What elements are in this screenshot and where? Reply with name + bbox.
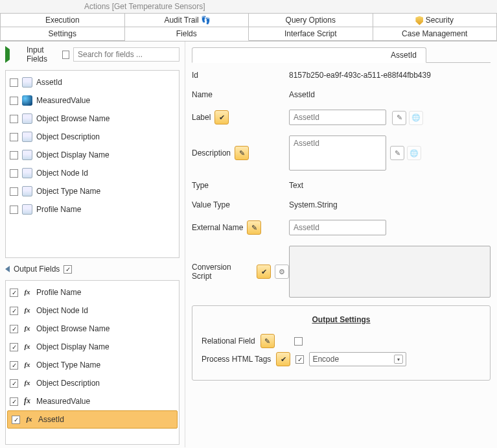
relational-field-label: Relational Field: [202, 336, 255, 346]
field-label: Object Display Name: [36, 150, 110, 159]
field-type-icon: [22, 77, 32, 88]
field-label: Object Node Id: [36, 306, 88, 315]
process-html-checkbox[interactable]: [295, 355, 304, 364]
input-field-row[interactable]: MeasuredValue: [6, 91, 179, 110]
output-field-row[interactable]: MeasuredValue: [6, 392, 179, 410]
input-arrow-icon: [5, 46, 23, 63]
name-value: AssetId: [289, 90, 491, 99]
output-field-row[interactable]: Object Node Id: [6, 301, 179, 320]
input-field-row[interactable]: Object Description: [6, 128, 179, 146]
tab-query-options[interactable]: Query Options: [249, 14, 373, 27]
search-input[interactable]: [73, 47, 179, 62]
type-value: Text: [289, 181, 491, 190]
output-field-row[interactable]: Object Browse Name: [6, 320, 179, 338]
field-checkbox[interactable]: [10, 289, 18, 297]
field-checkbox[interactable]: [10, 206, 18, 214]
output-field-row[interactable]: Object Display Name: [6, 338, 179, 356]
field-label: Object Display Name: [36, 342, 110, 351]
input-field-row[interactable]: Object Browse Name: [6, 110, 179, 128]
field-label: Object Type Name: [36, 187, 100, 196]
input-field-row[interactable]: Profile Name: [6, 200, 179, 218]
tab-security[interactable]: Security: [373, 14, 497, 27]
output-arrow-icon: [5, 266, 10, 272]
output-fields-checkbox[interactable]: [64, 265, 72, 274]
field-type-icon: [22, 186, 32, 196]
field-label: Object Description: [36, 132, 100, 141]
field-type-icon: [22, 132, 32, 142]
detail-tab-label: AssetId: [391, 51, 417, 60]
field-checkbox[interactable]: [10, 78, 18, 87]
output-field-row[interactable]: AssetId: [7, 410, 178, 429]
field-checkbox[interactable]: [10, 379, 18, 388]
output-settings-heading: Output Settings: [202, 315, 481, 324]
field-checkbox[interactable]: [10, 115, 18, 123]
label-input[interactable]: [289, 110, 386, 125]
input-field-list: AssetIdMeasuredValueObject Browse NameOb…: [5, 70, 179, 258]
value-type-value: System.String: [289, 200, 491, 209]
detail-tab-assetid[interactable]: AssetId: [192, 47, 426, 63]
input-field-row[interactable]: Object Type Name: [6, 182, 179, 200]
shield-icon: [415, 16, 423, 25]
input-field-row[interactable]: Object Display Name: [6, 146, 179, 164]
field-checkbox[interactable]: [10, 169, 18, 178]
output-settings-panel: Output Settings Relational Field ✎ Proce…: [192, 305, 491, 381]
description-pencil-button[interactable]: ✎: [390, 146, 404, 160]
tab-security-label: Security: [426, 16, 454, 25]
output-field-row[interactable]: Object Type Name: [6, 356, 179, 374]
label-label: Label: [192, 113, 211, 122]
field-label: Object Type Name: [36, 360, 100, 370]
relational-field-checkbox[interactable]: [294, 337, 303, 346]
output-field-row[interactable]: Profile Name: [6, 283, 179, 301]
field-label: Object Browse Name: [36, 114, 110, 123]
external-name-input[interactable]: [289, 220, 386, 235]
footprint-icon: 👣: [201, 16, 209, 25]
external-name-label: External Name: [192, 223, 243, 232]
description-input[interactable]: AssetId: [289, 136, 386, 171]
relational-field-edit-button[interactable]: ✎: [260, 334, 275, 348]
process-html-mode-select[interactable]: Encode ▾: [309, 352, 406, 366]
tab-execution[interactable]: Execution: [1, 14, 125, 27]
external-name-edit-button[interactable]: ✎: [247, 220, 261, 235]
field-checkbox[interactable]: [10, 307, 18, 315]
tab-fields[interactable]: Fields: [125, 27, 249, 41]
label-edit-button[interactable]: ✔: [214, 110, 229, 124]
field-checkbox[interactable]: [10, 325, 18, 333]
tab-strip: Execution Audit Trail 👣 Query Options Se…: [0, 13, 497, 41]
conversion-script-gear-button[interactable]: ⚙: [275, 265, 289, 279]
process-html-edit-button[interactable]: ✔: [276, 352, 290, 366]
description-edit-button[interactable]: ✎: [235, 146, 249, 160]
field-checkbox[interactable]: [10, 361, 18, 370]
description-globe-button[interactable]: 🌐: [407, 146, 421, 160]
name-label: Name: [192, 90, 289, 99]
input-fields-label: Input Fields: [27, 45, 58, 64]
field-checkbox[interactable]: [10, 133, 18, 141]
fx-icon: [24, 414, 34, 425]
fields-sidebar: Input Fields AssetIdMeasuredValueObject …: [0, 41, 185, 447]
input-field-row[interactable]: AssetId: [6, 73, 179, 91]
fx-icon: [22, 378, 32, 388]
tab-audit-trail-label: Audit Trail: [164, 16, 198, 25]
field-checkbox[interactable]: [10, 343, 18, 351]
conversion-script-area[interactable]: [289, 246, 491, 298]
output-field-list: Profile NameObject Node IdObject Browse …: [5, 280, 179, 445]
tab-case-management[interactable]: Case Management: [373, 27, 497, 41]
label-globe-button[interactable]: 🌐: [409, 111, 423, 125]
input-fields-checkbox[interactable]: [62, 51, 69, 59]
label-pencil-button[interactable]: ✎: [392, 111, 406, 125]
output-field-row[interactable]: Object Description: [6, 374, 179, 392]
tab-settings[interactable]: Settings: [1, 27, 125, 41]
field-checkbox[interactable]: [10, 151, 18, 159]
field-checkbox[interactable]: [10, 97, 18, 105]
tab-audit-trail[interactable]: Audit Trail 👣: [125, 14, 249, 27]
tab-interface-script[interactable]: Interface Script: [249, 27, 373, 41]
field-checkbox[interactable]: [12, 416, 20, 424]
fx-icon: [22, 305, 32, 316]
chevron-down-icon: ▾: [394, 355, 403, 364]
field-checkbox[interactable]: [10, 187, 18, 196]
conversion-script-edit-button[interactable]: ✔: [257, 265, 271, 279]
field-checkbox[interactable]: [10, 397, 18, 406]
field-type-icon: [22, 95, 32, 106]
output-fields-label: Output Fields: [14, 265, 60, 274]
field-label: AssetId: [38, 415, 64, 424]
input-field-row[interactable]: Object Node Id: [6, 164, 179, 182]
